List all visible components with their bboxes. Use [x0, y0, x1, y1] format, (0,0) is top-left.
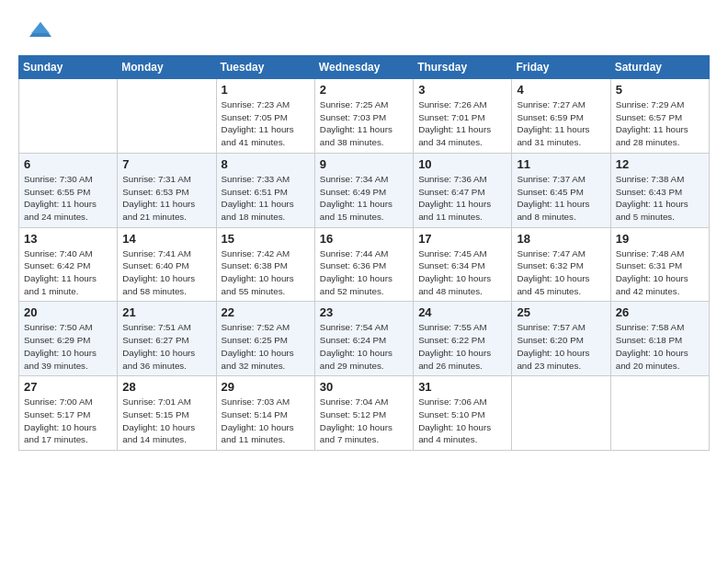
day-info: Sunrise: 7:51 AM Sunset: 6:27 PM Dayligh… [122, 321, 210, 372]
day-info: Sunrise: 7:26 AM Sunset: 7:01 PM Dayligh… [418, 98, 506, 149]
calendar-cell: 6Sunrise: 7:30 AM Sunset: 6:55 PM Daylig… [19, 153, 118, 227]
calendar-week-row: 20Sunrise: 7:50 AM Sunset: 6:29 PM Dayli… [19, 302, 710, 376]
day-info: Sunrise: 7:55 AM Sunset: 6:22 PM Dayligh… [418, 321, 506, 372]
calendar-cell: 23Sunrise: 7:54 AM Sunset: 6:24 PM Dayli… [314, 302, 413, 376]
page: SundayMondayTuesdayWednesdayThursdayFrid… [0, 0, 728, 465]
day-number: 8 [222, 157, 310, 171]
logo [18, 15, 51, 44]
day-number: 23 [320, 305, 408, 319]
day-number: 6 [24, 157, 112, 171]
day-number: 12 [616, 157, 704, 171]
day-number: 9 [320, 157, 408, 171]
day-number: 4 [517, 83, 605, 97]
calendar-day-header: Thursday [414, 56, 512, 79]
calendar-day-header: Sunday [19, 56, 118, 79]
day-info: Sunrise: 7:50 AM Sunset: 6:29 PM Dayligh… [24, 321, 112, 372]
day-number: 25 [517, 305, 605, 319]
calendar-cell [610, 376, 709, 451]
day-info: Sunrise: 7:58 AM Sunset: 6:18 PM Dayligh… [616, 321, 704, 372]
day-number: 10 [418, 157, 506, 171]
calendar-cell: 12Sunrise: 7:38 AM Sunset: 6:43 PM Dayli… [610, 153, 709, 227]
calendar-day-header: Saturday [610, 56, 709, 79]
calendar-cell: 22Sunrise: 7:52 AM Sunset: 6:25 PM Dayli… [216, 302, 314, 376]
day-info: Sunrise: 7:44 AM Sunset: 6:36 PM Dayligh… [320, 247, 408, 298]
calendar-cell [118, 79, 216, 154]
day-info: Sunrise: 7:40 AM Sunset: 6:42 PM Dayligh… [24, 247, 112, 298]
day-number: 17 [418, 232, 506, 246]
calendar-cell: 9Sunrise: 7:34 AM Sunset: 6:49 PM Daylig… [314, 153, 413, 227]
day-number: 16 [320, 232, 408, 246]
day-info: Sunrise: 7:34 AM Sunset: 6:49 PM Dayligh… [320, 173, 408, 224]
header [18, 15, 710, 44]
calendar-day-header: Friday [512, 56, 610, 79]
calendar-cell: 17Sunrise: 7:45 AM Sunset: 6:34 PM Dayli… [414, 227, 512, 302]
calendar-cell: 28Sunrise: 7:01 AM Sunset: 5:15 PM Dayli… [118, 376, 216, 451]
svg-marker-1 [31, 22, 50, 33]
calendar-cell [19, 79, 118, 154]
day-number: 19 [616, 232, 704, 246]
day-number: 30 [320, 380, 408, 394]
day-info: Sunrise: 7:37 AM Sunset: 6:45 PM Dayligh… [517, 173, 605, 224]
day-number: 29 [222, 380, 310, 394]
day-number: 31 [418, 380, 506, 394]
day-info: Sunrise: 7:52 AM Sunset: 6:25 PM Dayligh… [222, 321, 310, 372]
calendar-cell: 18Sunrise: 7:47 AM Sunset: 6:32 PM Dayli… [512, 227, 610, 302]
calendar-cell: 26Sunrise: 7:58 AM Sunset: 6:18 PM Dayli… [610, 302, 709, 376]
calendar-cell: 14Sunrise: 7:41 AM Sunset: 6:40 PM Dayli… [118, 227, 216, 302]
calendar-cell: 1Sunrise: 7:23 AM Sunset: 7:05 PM Daylig… [216, 79, 314, 154]
day-info: Sunrise: 7:54 AM Sunset: 6:24 PM Dayligh… [320, 321, 408, 372]
day-number: 13 [24, 232, 112, 246]
day-info: Sunrise: 7:01 AM Sunset: 5:15 PM Dayligh… [122, 396, 210, 446]
day-number: 15 [222, 232, 310, 246]
day-number: 1 [222, 83, 310, 97]
day-number: 28 [122, 380, 210, 394]
day-number: 26 [616, 305, 704, 319]
calendar-cell: 30Sunrise: 7:04 AM Sunset: 5:12 PM Dayli… [314, 376, 413, 451]
calendar-cell: 13Sunrise: 7:40 AM Sunset: 6:42 PM Dayli… [19, 227, 118, 302]
calendar-cell: 7Sunrise: 7:31 AM Sunset: 6:53 PM Daylig… [118, 153, 216, 227]
calendar-day-header: Wednesday [314, 56, 413, 79]
logo-icon [22, 15, 51, 44]
calendar-day-header: Tuesday [216, 56, 314, 79]
calendar-table: SundayMondayTuesdayWednesdayThursdayFrid… [18, 55, 710, 451]
day-info: Sunrise: 7:00 AM Sunset: 5:17 PM Dayligh… [24, 396, 112, 446]
day-number: 24 [418, 305, 506, 319]
calendar-header-row: SundayMondayTuesdayWednesdayThursdayFrid… [19, 56, 710, 79]
day-info: Sunrise: 7:38 AM Sunset: 6:43 PM Dayligh… [616, 173, 704, 224]
calendar-cell: 11Sunrise: 7:37 AM Sunset: 6:45 PM Dayli… [512, 153, 610, 227]
day-info: Sunrise: 7:42 AM Sunset: 6:38 PM Dayligh… [222, 247, 310, 298]
day-number: 11 [517, 157, 605, 171]
calendar-cell: 4Sunrise: 7:27 AM Sunset: 6:59 PM Daylig… [512, 79, 610, 154]
day-info: Sunrise: 7:27 AM Sunset: 6:59 PM Dayligh… [517, 98, 605, 149]
calendar-cell: 20Sunrise: 7:50 AM Sunset: 6:29 PM Dayli… [19, 302, 118, 376]
calendar-cell: 3Sunrise: 7:26 AM Sunset: 7:01 PM Daylig… [414, 79, 512, 154]
day-info: Sunrise: 7:57 AM Sunset: 6:20 PM Dayligh… [517, 321, 605, 372]
day-info: Sunrise: 7:45 AM Sunset: 6:34 PM Dayligh… [418, 247, 506, 298]
day-number: 20 [24, 305, 112, 319]
day-number: 2 [320, 83, 408, 97]
calendar-week-row: 1Sunrise: 7:23 AM Sunset: 7:05 PM Daylig… [19, 79, 710, 154]
day-number: 5 [616, 83, 704, 97]
day-number: 21 [122, 305, 210, 319]
calendar-day-header: Monday [118, 56, 216, 79]
day-info: Sunrise: 7:30 AM Sunset: 6:55 PM Dayligh… [24, 173, 112, 224]
calendar-week-row: 6Sunrise: 7:30 AM Sunset: 6:55 PM Daylig… [19, 153, 710, 227]
day-info: Sunrise: 7:04 AM Sunset: 5:12 PM Dayligh… [320, 396, 408, 446]
calendar-cell: 25Sunrise: 7:57 AM Sunset: 6:20 PM Dayli… [512, 302, 610, 376]
calendar-cell [512, 376, 610, 451]
day-info: Sunrise: 7:25 AM Sunset: 7:03 PM Dayligh… [320, 98, 408, 149]
calendar-cell: 16Sunrise: 7:44 AM Sunset: 6:36 PM Dayli… [314, 227, 413, 302]
day-number: 18 [517, 232, 605, 246]
day-number: 22 [222, 305, 310, 319]
day-info: Sunrise: 7:48 AM Sunset: 6:31 PM Dayligh… [616, 247, 704, 298]
calendar-week-row: 13Sunrise: 7:40 AM Sunset: 6:42 PM Dayli… [19, 227, 710, 302]
day-number: 27 [24, 380, 112, 394]
day-info: Sunrise: 7:23 AM Sunset: 7:05 PM Dayligh… [222, 98, 310, 149]
day-info: Sunrise: 7:36 AM Sunset: 6:47 PM Dayligh… [418, 173, 506, 224]
calendar-cell: 24Sunrise: 7:55 AM Sunset: 6:22 PM Dayli… [414, 302, 512, 376]
calendar-cell: 10Sunrise: 7:36 AM Sunset: 6:47 PM Dayli… [414, 153, 512, 227]
day-info: Sunrise: 7:03 AM Sunset: 5:14 PM Dayligh… [222, 396, 310, 446]
calendar-cell: 29Sunrise: 7:03 AM Sunset: 5:14 PM Dayli… [216, 376, 314, 451]
calendar-cell: 27Sunrise: 7:00 AM Sunset: 5:17 PM Dayli… [19, 376, 118, 451]
day-number: 14 [122, 232, 210, 246]
